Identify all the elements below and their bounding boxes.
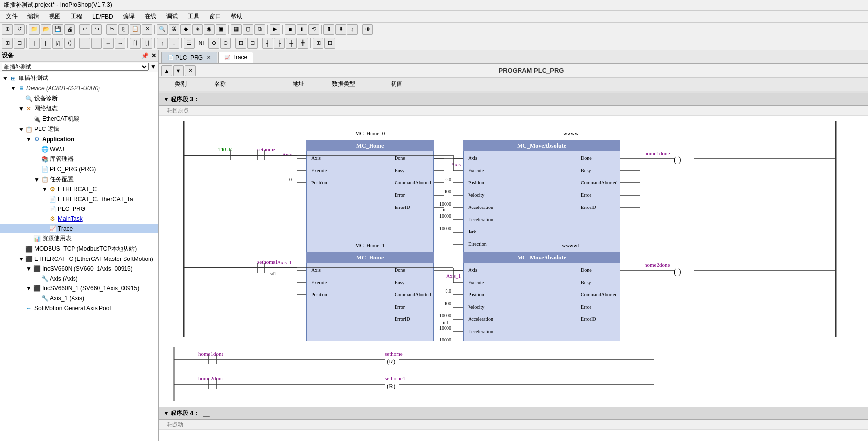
tree-item-inosv660n[interactable]: ▼ ⬛ InoSV660N (SV660_1Axis_00915) [0, 264, 158, 274]
tb-copy[interactable]: ⎘ [118, 24, 129, 35]
menu-file[interactable]: 文件 [2, 11, 22, 22]
menu-debug[interactable]: 调试 [162, 11, 182, 22]
tree-item-softmotion-pool[interactable]: ↔ SoftMotion General Axis Pool [0, 303, 158, 313]
tree-item-modbus[interactable]: ⬛ MODBUS_TCP (ModbusTCP本地从站) [0, 244, 158, 254]
menu-project[interactable]: 工程 [67, 11, 86, 22]
tb-wire3[interactable]: ◈ [192, 24, 203, 35]
tb-layout3[interactable]: ⧉ [254, 24, 265, 35]
tb-cut[interactable]: ✂ [106, 24, 117, 35]
tb2-23[interactable]: ⊞ [313, 38, 323, 49]
tree-item-inosv660n1[interactable]: ▼ ⬛ InoSV660N_1 (SV660_1Axis_00915) [0, 284, 158, 293]
tree-item-ethercatmaster[interactable]: ▼ ⬛ ETHERCAT_C (EtherCAT Master SoftMoti… [0, 254, 158, 264]
tb2-11[interactable]: ⌈⌉ [130, 38, 141, 49]
tb-wire1[interactable]: ⌘ [169, 24, 179, 35]
menu-help[interactable]: 帮助 [227, 11, 247, 22]
tree-item-trace[interactable]: 📈 Trace [0, 224, 158, 233]
tb-online1[interactable]: ⬆ [323, 24, 334, 35]
tb2-12[interactable]: ⌊⌋ [142, 38, 152, 49]
tb-monitor[interactable]: 👁 [362, 24, 373, 35]
tb2-2[interactable]: ⊟ [14, 38, 25, 49]
tb2-6[interactable]: ⟨⟩ [64, 38, 75, 49]
tb-save[interactable]: 💾 [52, 24, 63, 35]
menu-tools[interactable]: 工具 [184, 11, 203, 22]
tab-plcprg-close[interactable]: ✕ [207, 55, 211, 60]
tb-delete[interactable]: ✕ [142, 24, 152, 35]
tree-item-axis1[interactable]: 🔧 Axis_1 (Axis) [0, 293, 158, 303]
tb2-22[interactable]: ╋ [298, 38, 308, 49]
tb-new[interactable]: ⊕ [2, 24, 13, 35]
expand-icon-network[interactable]: ▼ [18, 105, 25, 112]
tb2-7[interactable]: — [79, 38, 90, 49]
expand-icon-plclogic[interactable]: ▼ [18, 126, 25, 133]
tb2-rung[interactable]: ☰ [184, 38, 195, 49]
tb2-10[interactable]: → [115, 38, 125, 49]
tree-item-application[interactable]: ▼ ⚙ Application [0, 134, 158, 144]
tb2-19[interactable]: ┤ [262, 38, 273, 49]
tree-item-ethercat-ta[interactable]: 📄 ETHERCAT_C.EtherCAT_Ta [0, 194, 158, 204]
expand-icon-device[interactable]: ▼ [10, 85, 17, 92]
tb-layout1[interactable]: ▦ [231, 24, 242, 35]
tree-item-maintask[interactable]: ⚙ MainTask [0, 214, 158, 224]
tb2-8[interactable]: – [91, 38, 102, 49]
tb2-4[interactable]: || [41, 38, 51, 49]
tb-play[interactable]: ▶ [270, 24, 280, 35]
menu-ldfbd[interactable]: LD/FBD [88, 12, 117, 21]
tb2-17[interactable]: ⊡ [235, 38, 246, 49]
tb-pause[interactable]: ⏸ [297, 24, 307, 35]
expand-icon[interactable]: ▼ [2, 75, 9, 82]
et-up[interactable]: ▲ [161, 65, 172, 76]
tree-item-diag[interactable]: 🔍 设备诊断 [0, 93, 158, 104]
pin-icon[interactable]: 📌 [141, 52, 149, 59]
close-icon[interactable]: ✕ [151, 52, 156, 59]
tb2-3[interactable]: | [29, 38, 40, 49]
tree-item-plclogic[interactable]: ▼ 📋 PLC 逻辑 [0, 124, 158, 134]
tb2-21[interactable]: ┼ [286, 38, 297, 49]
tree-item-root[interactable]: ▼ ⊞ 细插补测试 [0, 73, 158, 83]
menu-window[interactable]: 窗口 [205, 11, 225, 22]
tb2-18[interactable]: ⊟ [247, 38, 258, 49]
tab-trace[interactable]: 📈 Trace [218, 52, 253, 63]
expand-icon-app[interactable]: ▼ [25, 136, 32, 143]
tb-paste[interactable]: 📋 [130, 24, 141, 35]
et-down[interactable]: ▼ [173, 65, 184, 76]
tree-item-libmgr[interactable]: 📚 库管理器 [0, 154, 158, 164]
expand-icon-task[interactable]: ▼ [33, 176, 40, 183]
filter-icon[interactable]: ▼ [150, 63, 156, 70]
tree-item-network[interactable]: ▼ ✕ 网络组态 [0, 104, 158, 114]
tb2-15[interactable]: ⊕ [208, 38, 219, 49]
tree-item-plcprg[interactable]: 📄 PLC_PRG (PRG) [0, 164, 158, 174]
tb-wire2[interactable]: ◆ [180, 24, 191, 35]
tree-item-device[interactable]: ▼ 🖥 Device (AC801-0221-U0R0) [0, 83, 158, 93]
tb-redo[interactable]: ↪ [91, 24, 102, 35]
tb-undo[interactable]: ↩ [79, 24, 90, 35]
tb2-13[interactable]: ↑ [157, 38, 168, 49]
tb-online2[interactable]: ⬇ [335, 24, 346, 35]
tb-print[interactable]: 🖨 [64, 24, 75, 35]
tb-stop[interactable]: ■ [285, 24, 296, 35]
tab-plc-prg[interactable]: 📄 PLC_PRG ✕ [161, 52, 217, 63]
menu-compile[interactable]: 编译 [119, 11, 139, 22]
tb-layout2[interactable]: ▢ [243, 24, 253, 35]
tb2-24[interactable]: ⊟ [324, 38, 335, 49]
tree-item-axis[interactable]: 🔧 Axis (Axis) [0, 274, 158, 284]
tb-wire4[interactable]: ◉ [204, 24, 215, 35]
tb2-20[interactable]: ├ [274, 38, 285, 49]
tb2-5[interactable]: |/| [52, 38, 63, 49]
tree-item-resource[interactable]: 📊 资源使用表 [0, 233, 158, 244]
tb-search[interactable]: 🔍 [157, 24, 168, 35]
tree-item-plcprg2[interactable]: 📄 PLC_PRG [0, 204, 158, 214]
tb2-9[interactable]: ← [103, 38, 114, 49]
tree-item-ethercat[interactable]: 🔌 EtherCAT机架 [0, 114, 158, 124]
expand-icon-ethercatc[interactable]: ▼ [41, 186, 48, 193]
tb-wire5[interactable]: ▣ [216, 24, 226, 35]
tb-online3[interactable]: ↕ [347, 24, 358, 35]
menu-edit[interactable]: 编辑 [24, 11, 43, 22]
tree-item-wwj[interactable]: 🌐 WWJ [0, 144, 158, 154]
et-delete[interactable]: ✕ [185, 65, 196, 76]
diagram-area[interactable]: ▼ 程序段 3： __ 轴回原点 [159, 93, 868, 441]
tb-open[interactable]: ↺ [14, 24, 25, 35]
menu-online[interactable]: 在线 [141, 11, 160, 22]
tree-filter-select[interactable]: 细插补测试 [2, 63, 149, 71]
tree-item-ethercatc[interactable]: ▼ ⚙ ETHERCAT_C [0, 184, 158, 194]
tb-open2[interactable]: 📂 [41, 24, 51, 35]
